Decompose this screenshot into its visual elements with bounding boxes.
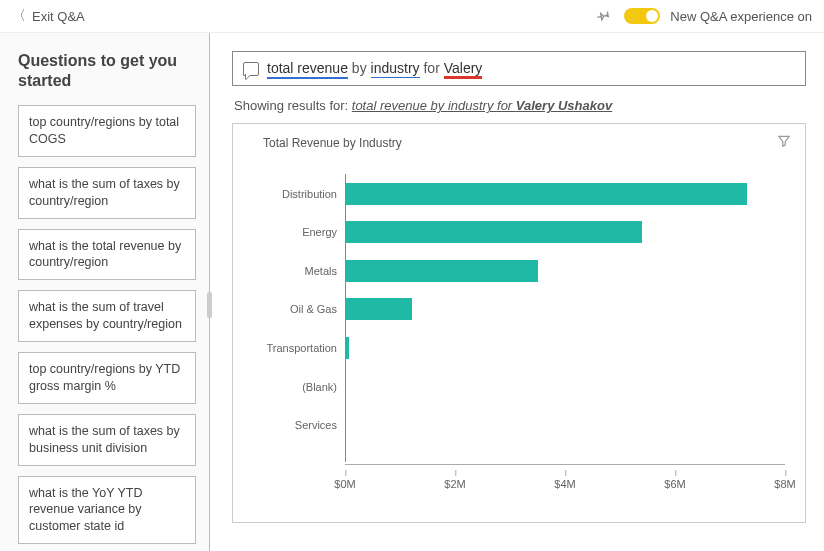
filter-icon[interactable] xyxy=(777,134,791,152)
chart-title: Total Revenue by Industry xyxy=(263,136,402,150)
bar[interactable] xyxy=(346,337,349,359)
x-axis-tick: $8M xyxy=(774,478,795,490)
query-token-for: for xyxy=(420,60,444,76)
y-axis-label: Metals xyxy=(305,265,337,277)
experience-toggle[interactable] xyxy=(624,8,660,24)
y-axis-label: Oil & Gas xyxy=(290,303,337,315)
y-axis-label: Transportation xyxy=(266,342,337,354)
query-token-dimension: industry xyxy=(371,60,420,78)
suggested-question[interactable]: what is the sum of taxes by country/regi… xyxy=(18,167,196,219)
sidebar-title: Questions to get you started xyxy=(18,51,196,91)
plot-area: DistributionEnergyMetalsOil & GasTranspo… xyxy=(253,174,785,502)
suggested-question[interactable]: what is the total revenue by country/reg… xyxy=(18,229,196,281)
suggested-question[interactable]: top country/regions by total COGS xyxy=(18,105,196,157)
main-panel: total revenue by industry for Valery Sho… xyxy=(210,33,824,551)
results-for-line: Showing results for: total revenue by in… xyxy=(234,98,804,113)
toggle-label: New Q&A experience on xyxy=(670,9,812,24)
y-axis-label: (Blank) xyxy=(302,381,337,393)
y-axis-label: Distribution xyxy=(282,188,337,200)
x-axis-tick: $0M xyxy=(334,478,355,490)
bar[interactable] xyxy=(346,221,642,243)
query-input[interactable]: total revenue by industry for Valery xyxy=(232,51,806,86)
query-token-filter: Valery xyxy=(444,61,483,77)
query-token-by: by xyxy=(348,60,371,76)
chart-card: Total Revenue by Industry DistributionEn… xyxy=(232,123,806,523)
chat-icon xyxy=(243,62,259,76)
suggested-question[interactable]: top country/regions by YTD gross margin … xyxy=(18,352,196,404)
pin-icon[interactable] xyxy=(596,8,610,25)
query-token-measure: total revenue xyxy=(267,60,348,79)
chevron-left-icon[interactable]: 〈 xyxy=(12,7,26,25)
resize-handle[interactable] xyxy=(207,292,212,318)
suggested-question[interactable]: what is the sum of travel expenses by co… xyxy=(18,290,196,342)
x-axis-tick: $6M xyxy=(664,478,685,490)
x-axis-tick: $2M xyxy=(444,478,465,490)
topbar: 〈 Exit Q&A New Q&A experience on xyxy=(0,0,824,33)
suggested-question[interactable]: what is the YoY YTD revenue variance by … xyxy=(18,476,196,545)
x-axis-tick: $4M xyxy=(554,478,575,490)
suggested-question[interactable]: what is the sum of taxes by business uni… xyxy=(18,414,196,466)
exit-button[interactable]: Exit Q&A xyxy=(32,9,85,24)
y-axis-label: Energy xyxy=(302,226,337,238)
bar[interactable] xyxy=(346,260,538,282)
bar[interactable] xyxy=(346,183,747,205)
sidebar: Questions to get you started top country… xyxy=(0,33,210,551)
y-axis-label: Services xyxy=(295,419,337,431)
bar[interactable] xyxy=(346,298,412,320)
